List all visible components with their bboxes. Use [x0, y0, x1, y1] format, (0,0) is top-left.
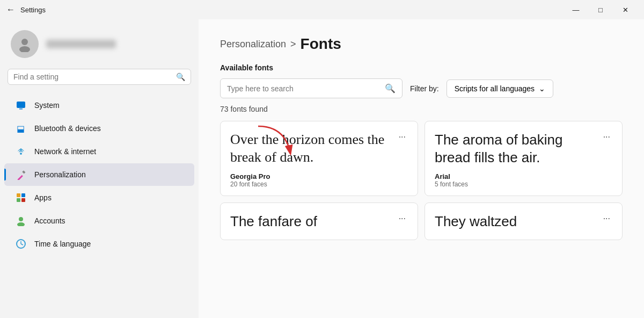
more-options-button-waltz[interactable]: ···: [601, 213, 612, 225]
personalization-icon: [15, 169, 27, 180]
breadcrumb-sep: >: [290, 39, 296, 50]
sidebar-item-label-system: System: [34, 101, 60, 110]
font-card-footer-georgia: Georgia Pro 20 font faces: [230, 172, 408, 188]
sidebar-search-box[interactable]: 🔍: [8, 69, 191, 85]
bluetooth-icon: ⬓: [15, 122, 27, 134]
section-title: Available fonts: [220, 63, 623, 72]
arrow-svg: [242, 121, 306, 164]
font-name-arial: Arial: [435, 172, 612, 180]
chevron-down-icon: ⌄: [539, 84, 545, 93]
apps-icon: [15, 192, 27, 204]
maximize-button[interactable]: □: [588, 0, 613, 19]
filter-dropdown[interactable]: Scripts for all languages ⌄: [447, 80, 553, 98]
titlebar-left: ← Settings: [6, 5, 46, 15]
svg-rect-7: [22, 170, 25, 174]
close-button[interactable]: ✕: [613, 0, 638, 19]
back-button[interactable]: ←: [6, 5, 15, 15]
minimize-button[interactable]: —: [564, 0, 588, 19]
accounts-icon: [15, 215, 27, 227]
font-name-georgia: Georgia Pro: [230, 172, 408, 180]
breadcrumb-current: Fonts: [301, 35, 341, 53]
svg-point-0: [21, 39, 28, 45]
svg-rect-10: [17, 198, 20, 202]
sidebar-item-label-personalization: Personalization: [34, 170, 86, 179]
svg-point-13: [17, 222, 25, 226]
svg-point-5: [20, 153, 22, 155]
profile-section: [0, 25, 199, 69]
svg-rect-11: [21, 198, 25, 202]
sidebar-item-label-time: Time & language: [34, 240, 91, 248]
sidebar-item-label-accounts: Accounts: [34, 216, 65, 225]
system-icon: [15, 99, 27, 111]
sidebar-item-time[interactable]: Time & language: [4, 233, 194, 255]
user-icon: [17, 36, 33, 52]
breadcrumb-parent: Personalization: [220, 39, 286, 50]
font-sample-fanfare: The fanfare of: [230, 213, 317, 230]
sidebar-item-system[interactable]: System: [4, 94, 194, 117]
time-icon: [15, 238, 27, 250]
titlebar: ← Settings — □ ✕: [0, 0, 644, 19]
svg-text:⬓: ⬓: [17, 124, 25, 133]
sidebar-item-bluetooth[interactable]: ⬓ Bluetooth & devices: [4, 117, 194, 140]
profile-name: [46, 40, 116, 48]
sidebar-item-apps[interactable]: Apps: [4, 186, 194, 209]
titlebar-controls: — □ ✕: [564, 0, 638, 19]
main-layout: 🔍 System ⬓ Bluetooth & devices: [0, 19, 644, 318]
sidebar: 🔍 System ⬓ Bluetooth & devices: [0, 19, 199, 318]
svg-point-1: [19, 46, 30, 52]
sidebar-item-accounts[interactable]: Accounts: [4, 209, 194, 232]
svg-rect-6: [17, 175, 23, 180]
font-faces-arial: 5 font faces: [435, 180, 612, 188]
font-search-icon: 🔍: [385, 83, 396, 93]
more-options-button-arial[interactable]: ···: [601, 131, 612, 143]
sidebar-search-input[interactable]: [13, 73, 172, 81]
more-options-button-georgia[interactable]: ···: [397, 131, 408, 143]
breadcrumb: Personalization > Fonts: [220, 35, 623, 53]
svg-line-16: [21, 244, 23, 245]
font-grid: Over the horizon comes the break of dawn…: [220, 121, 623, 240]
font-sample-waltz: They waltzed: [435, 213, 517, 230]
font-card-georgia-pro[interactable]: Over the horizon comes the break of dawn…: [220, 121, 418, 196]
svg-rect-9: [21, 193, 25, 197]
svg-rect-8: [17, 193, 20, 197]
font-card-fanfare[interactable]: The fanfare of ···: [220, 203, 418, 240]
font-search-row: 🔍 Filter by: Scripts for all languages ⌄: [220, 78, 623, 98]
arrow-annotation: [242, 121, 306, 166]
font-card-arial[interactable]: The aroma of baking bread fills the air.…: [425, 121, 623, 196]
font-card-waltz[interactable]: They waltzed ···: [425, 203, 623, 240]
network-icon: [15, 146, 27, 157]
nav-list: System ⬓ Bluetooth & devices Network & i…: [0, 93, 199, 256]
partial-card-header-2: They waltzed ···: [435, 213, 612, 230]
font-search-box[interactable]: 🔍: [220, 78, 402, 98]
content-area: Personalization > Fonts Available fonts …: [199, 19, 644, 318]
filter-value: Scripts for all languages: [455, 84, 535, 93]
svg-rect-3: [19, 109, 23, 110]
titlebar-title: Settings: [20, 6, 46, 14]
search-icon: 🔍: [176, 73, 185, 81]
sidebar-item-label-bluetooth: Bluetooth & devices: [34, 124, 101, 133]
filter-label: Filter by:: [410, 84, 439, 93]
sidebar-item-personalization[interactable]: Personalization: [4, 163, 194, 186]
avatar: [11, 30, 39, 58]
sidebar-item-label-network: Network & internet: [34, 147, 96, 156]
font-sample-arial: The aroma of baking bread fills the air.: [435, 131, 601, 166]
svg-rect-2: [17, 102, 25, 108]
font-faces-georgia: 20 font faces: [230, 180, 408, 188]
more-options-button-fanfare[interactable]: ···: [397, 213, 408, 225]
font-card-footer-arial: Arial 5 font faces: [435, 172, 612, 188]
svg-point-12: [19, 217, 23, 221]
sidebar-item-label-apps: Apps: [34, 193, 52, 202]
sidebar-item-network[interactable]: Network & internet: [4, 140, 194, 163]
partial-card-header-1: The fanfare of ···: [230, 213, 408, 230]
fonts-count: 73 fonts found: [220, 105, 623, 113]
font-card-header-2: The aroma of baking bread fills the air.…: [435, 131, 612, 166]
font-search-input[interactable]: [227, 84, 380, 93]
